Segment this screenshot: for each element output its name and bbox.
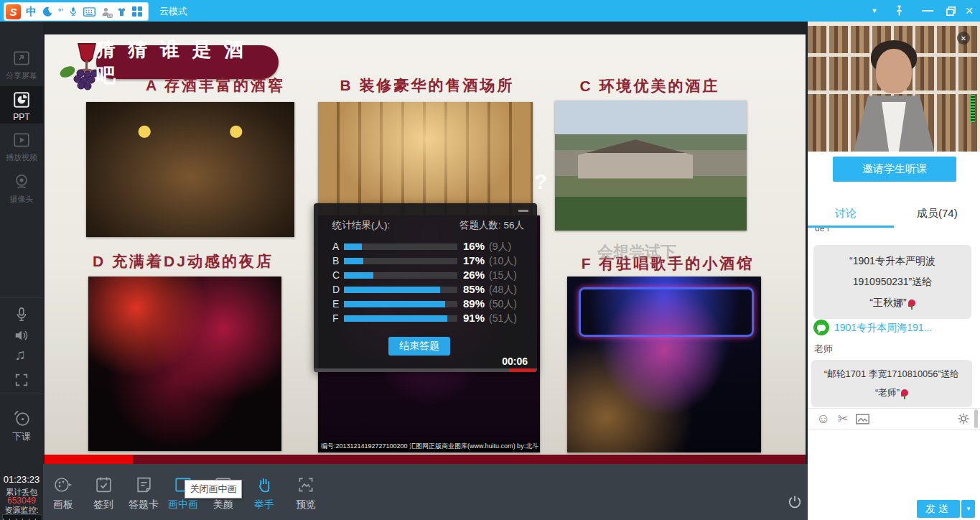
skin-icon[interactable] <box>116 6 127 17</box>
end-class-label: 下课 <box>0 430 43 443</box>
microphone-icon[interactable] <box>68 6 78 17</box>
send-button-group: 发送 ▼ <box>917 500 975 518</box>
sidebar-item-ppt[interactable]: PPT <box>0 90 43 122</box>
option-b-header: B 装修豪华的售酒场所 <box>319 75 535 96</box>
power-icon[interactable] <box>787 494 803 510</box>
stock-photo-watermark: 编号:20131214192727100200 汇图网正版商业图库(www.hu… <box>318 442 540 451</box>
mic-toggle-icon[interactable] <box>14 306 29 323</box>
send-image-icon[interactable] <box>856 414 869 424</box>
sidebar-item-camera[interactable]: 摄像头 <box>0 172 43 205</box>
screenshot-scissors-icon[interactable]: ✂ <box>837 411 848 427</box>
chat-line: “老师” <box>875 387 900 398</box>
settings-gear-icon[interactable] <box>957 412 970 425</box>
wechat-avatar-icon[interactable] <box>813 320 829 335</box>
chat-username-link[interactable]: 1901专升本周海191... <box>834 322 932 335</box>
toolbar-item-raise-hand[interactable]: 举手 <box>244 475 284 511</box>
restore-icon[interactable] <box>942 0 959 22</box>
slide-progress-bar <box>45 455 806 464</box>
poll-bar-track <box>344 258 457 264</box>
ime-toolbar[interactable]: S 中 °’ 16 <box>4 2 149 21</box>
poll-row-b: B 17% (10人) <box>314 254 537 268</box>
sidebar-item-share-screen[interactable]: 分享屏幕 <box>0 49 43 81</box>
whiteboard-label: 画板 <box>43 498 83 511</box>
poll-timer: 00:06 <box>502 356 528 367</box>
poll-percent: 89% <box>454 297 485 310</box>
audio-level-meter <box>971 95 975 122</box>
poll-percent: 17% <box>454 254 485 266</box>
poll-count: (15人) <box>489 269 517 282</box>
poll-bar-fill <box>344 272 373 279</box>
poll-results-panel[interactable]: 统计结果(人): 答题人数: 56人 A 16% (9人) B 17% (10人… <box>314 203 537 372</box>
toolbar-item-whiteboard[interactable]: 画板 <box>43 475 83 511</box>
poll-bar-fill <box>344 243 362 250</box>
music-icon[interactable]: ♫ <box>14 346 26 363</box>
poll-row-c: C 26% (15人) <box>314 268 537 282</box>
option-d-header: D 充满着DJ动感的夜店 <box>75 251 291 271</box>
speaker-icon[interactable] <box>12 328 31 343</box>
tab-discussion[interactable]: 讨论 <box>835 207 857 220</box>
chat-bubble: “1901专升本严明波 1910950231”送给 “王秋娜” <box>813 245 971 319</box>
ime-punctuation-icon[interactable]: °’ <box>58 7 63 16</box>
poll-bar-fill <box>344 258 363 264</box>
toolbar-item-preview[interactable]: 预览 <box>286 475 326 511</box>
chat-message-list[interactable]: de f “1901专升本严明波 1910950231”送给 “王秋娜” 190… <box>808 228 980 407</box>
poll-bar-track <box>344 301 457 307</box>
message-input[interactable] <box>808 430 980 501</box>
left-sidebar: 分享屏幕 PPT 播放视频 摄像头 ♫ 下课 01:23:23 累计丢包 653… <box>0 22 43 520</box>
tab-members[interactable]: 成员(74) <box>917 207 958 220</box>
answer-card-icon <box>135 475 153 494</box>
poll-respondents: 答题人数: 56人 <box>459 219 524 232</box>
invite-students-button[interactable]: 邀请学生听课 <box>833 157 956 182</box>
ime-language-icon[interactable]: 中 <box>26 5 37 19</box>
close-icon[interactable]: ✕ <box>961 0 978 22</box>
end-quiz-button[interactable]: 结束答题 <box>388 337 450 356</box>
poll-bar-track <box>344 315 457 322</box>
signin-label: 签到 <box>83 498 123 511</box>
chat-sender-teacher: 老师 <box>814 343 833 356</box>
option-a-header: A 存酒丰富的酒窖 <box>108 75 323 96</box>
sidebar-item-end-class[interactable]: 下课 <box>0 409 43 443</box>
beauty-label: 美颜 <box>203 498 243 511</box>
poll-bar-fill <box>344 301 445 307</box>
video-close-icon[interactable]: ✕ <box>957 32 970 45</box>
poll-count: (48人) <box>489 284 517 297</box>
toolbar-item-answer-card[interactable]: 答题卡 <box>123 475 164 511</box>
titlebar-dropdown-icon[interactable]: ▼ <box>866 0 883 22</box>
cloud-mode-label: 云模式 <box>159 5 187 18</box>
poll-bar-track <box>344 287 457 293</box>
poll-minimize-icon[interactable] <box>518 210 528 212</box>
signin-calendar-icon <box>95 475 113 494</box>
teacher-face <box>876 49 912 93</box>
send-button[interactable]: 发送 <box>917 500 960 518</box>
image-neon-bar <box>567 277 761 452</box>
pin-icon[interactable] <box>890 0 907 22</box>
poll-option-letter: A <box>332 241 339 252</box>
poll-count: (9人) <box>489 241 511 254</box>
poll-progress-track <box>314 368 537 372</box>
keyboard-icon[interactable] <box>83 7 95 17</box>
poll-option-letter: B <box>332 255 339 266</box>
emoji-icon[interactable]: ☺ <box>816 411 830 427</box>
poll-count: (51人) <box>489 312 517 325</box>
sogou-logo-icon[interactable]: S <box>6 4 21 19</box>
fullscreen-icon[interactable] <box>14 372 29 388</box>
play-video-label: 播放视频 <box>0 152 43 163</box>
title-bar: S 中 °’ 16 云模式 ▼ — ✕ <box>0 0 980 22</box>
moon-icon[interactable] <box>42 6 53 17</box>
minimize-icon[interactable]: — <box>919 0 936 22</box>
ppt-label: PPT <box>0 112 43 122</box>
ime-user-icon[interactable]: 16 <box>101 6 111 17</box>
sidebar-item-play-video[interactable]: 播放视频 <box>0 131 43 163</box>
clipped-message-text: de f <box>815 228 829 233</box>
toolbar-item-signin[interactable]: 签到 <box>83 475 123 511</box>
poll-option-letter: C <box>332 269 340 281</box>
poll-row-f: F 91% (51人) <box>314 311 537 325</box>
teacher-video[interactable] <box>808 22 980 152</box>
image-nightclub <box>88 277 281 451</box>
ime-menu-icon[interactable] <box>132 6 142 17</box>
right-panel: ✕ 邀请学生听课 讨论 成员(74) de f “1901专升本严明波 1910… <box>808 22 980 520</box>
poll-percent: 91% <box>454 312 485 324</box>
packet-loss-value: 653049 <box>0 496 43 506</box>
send-options-caret[interactable]: ▼ <box>961 500 975 518</box>
poll-progress-red <box>509 368 536 372</box>
